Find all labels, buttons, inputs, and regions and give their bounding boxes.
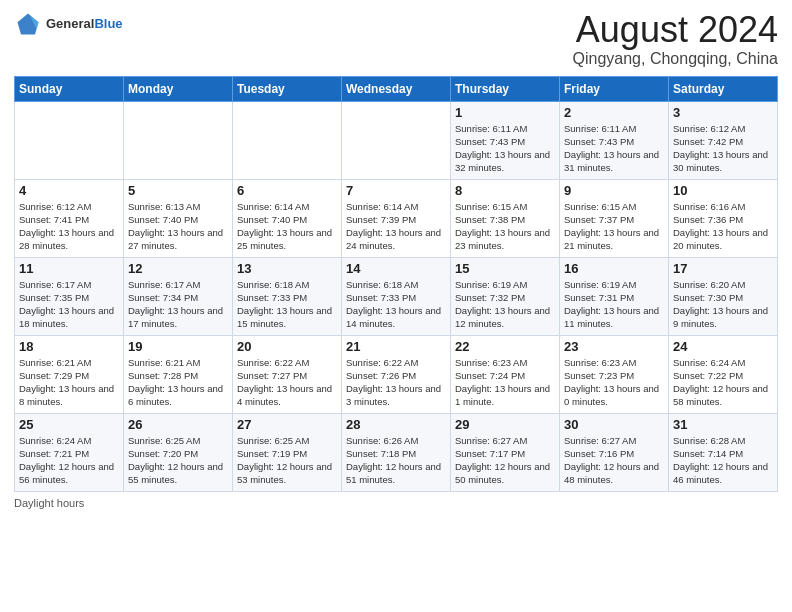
day-info: Sunrise: 6:15 AMSunset: 7:38 PMDaylight:… (455, 200, 555, 253)
day-number: 17 (673, 261, 773, 276)
day-info: Sunrise: 6:11 AMSunset: 7:43 PMDaylight:… (564, 122, 664, 175)
calendar-cell: 10Sunrise: 6:16 AMSunset: 7:36 PMDayligh… (669, 179, 778, 257)
day-number: 14 (346, 261, 446, 276)
calendar-cell: 8Sunrise: 6:15 AMSunset: 7:38 PMDaylight… (451, 179, 560, 257)
day-number: 5 (128, 183, 228, 198)
title-block: August 2024 Qingyang, Chongqing, China (573, 10, 778, 68)
day-info: Sunrise: 6:13 AMSunset: 7:40 PMDaylight:… (128, 200, 228, 253)
calendar-cell: 5Sunrise: 6:13 AMSunset: 7:40 PMDaylight… (124, 179, 233, 257)
day-info: Sunrise: 6:17 AMSunset: 7:35 PMDaylight:… (19, 278, 119, 331)
calendar-cell: 18Sunrise: 6:21 AMSunset: 7:29 PMDayligh… (15, 335, 124, 413)
day-info: Sunrise: 6:17 AMSunset: 7:34 PMDaylight:… (128, 278, 228, 331)
day-info: Sunrise: 6:27 AMSunset: 7:16 PMDaylight:… (564, 434, 664, 487)
day-number: 22 (455, 339, 555, 354)
logo-general: General (46, 16, 94, 31)
calendar-cell: 24Sunrise: 6:24 AMSunset: 7:22 PMDayligh… (669, 335, 778, 413)
day-number: 21 (346, 339, 446, 354)
day-number: 23 (564, 339, 664, 354)
week-row-4: 18Sunrise: 6:21 AMSunset: 7:29 PMDayligh… (15, 335, 778, 413)
logo: GeneralBlue (14, 10, 123, 38)
calendar-cell (233, 101, 342, 179)
day-info: Sunrise: 6:14 AMSunset: 7:40 PMDaylight:… (237, 200, 337, 253)
day-info: Sunrise: 6:22 AMSunset: 7:27 PMDaylight:… (237, 356, 337, 409)
day-number: 11 (19, 261, 119, 276)
calendar-cell: 30Sunrise: 6:27 AMSunset: 7:16 PMDayligh… (560, 413, 669, 491)
day-number: 18 (19, 339, 119, 354)
day-number: 7 (346, 183, 446, 198)
day-number: 9 (564, 183, 664, 198)
calendar-cell: 22Sunrise: 6:23 AMSunset: 7:24 PMDayligh… (451, 335, 560, 413)
calendar-cell (342, 101, 451, 179)
header: GeneralBlue August 2024 Qingyang, Chongq… (14, 10, 778, 68)
calendar-cell: 31Sunrise: 6:28 AMSunset: 7:14 PMDayligh… (669, 413, 778, 491)
calendar-cell: 26Sunrise: 6:25 AMSunset: 7:20 PMDayligh… (124, 413, 233, 491)
location-subtitle: Qingyang, Chongqing, China (573, 50, 778, 68)
calendar-table: SundayMondayTuesdayWednesdayThursdayFrid… (14, 76, 778, 492)
daylight-label: Daylight hours (14, 497, 84, 509)
calendar-cell: 16Sunrise: 6:19 AMSunset: 7:31 PMDayligh… (560, 257, 669, 335)
day-info: Sunrise: 6:22 AMSunset: 7:26 PMDaylight:… (346, 356, 446, 409)
weekday-header-monday: Monday (124, 76, 233, 101)
calendar-cell (124, 101, 233, 179)
day-number: 6 (237, 183, 337, 198)
logo-text: GeneralBlue (46, 16, 123, 32)
day-info: Sunrise: 6:15 AMSunset: 7:37 PMDaylight:… (564, 200, 664, 253)
footer: Daylight hours (14, 497, 778, 509)
weekday-header-tuesday: Tuesday (233, 76, 342, 101)
day-number: 20 (237, 339, 337, 354)
week-row-3: 11Sunrise: 6:17 AMSunset: 7:35 PMDayligh… (15, 257, 778, 335)
month-title: August 2024 (573, 10, 778, 50)
day-number: 16 (564, 261, 664, 276)
day-info: Sunrise: 6:24 AMSunset: 7:21 PMDaylight:… (19, 434, 119, 487)
day-number: 24 (673, 339, 773, 354)
weekday-header-row: SundayMondayTuesdayWednesdayThursdayFrid… (15, 76, 778, 101)
week-row-1: 1Sunrise: 6:11 AMSunset: 7:43 PMDaylight… (15, 101, 778, 179)
calendar-cell: 28Sunrise: 6:26 AMSunset: 7:18 PMDayligh… (342, 413, 451, 491)
calendar-cell: 12Sunrise: 6:17 AMSunset: 7:34 PMDayligh… (124, 257, 233, 335)
logo-blue: Blue (94, 16, 122, 31)
day-info: Sunrise: 6:19 AMSunset: 7:31 PMDaylight:… (564, 278, 664, 331)
day-info: Sunrise: 6:24 AMSunset: 7:22 PMDaylight:… (673, 356, 773, 409)
week-row-2: 4Sunrise: 6:12 AMSunset: 7:41 PMDaylight… (15, 179, 778, 257)
day-number: 3 (673, 105, 773, 120)
calendar-cell: 11Sunrise: 6:17 AMSunset: 7:35 PMDayligh… (15, 257, 124, 335)
day-info: Sunrise: 6:14 AMSunset: 7:39 PMDaylight:… (346, 200, 446, 253)
day-info: Sunrise: 6:25 AMSunset: 7:20 PMDaylight:… (128, 434, 228, 487)
day-info: Sunrise: 6:23 AMSunset: 7:23 PMDaylight:… (564, 356, 664, 409)
day-info: Sunrise: 6:20 AMSunset: 7:30 PMDaylight:… (673, 278, 773, 331)
day-number: 1 (455, 105, 555, 120)
weekday-header-thursday: Thursday (451, 76, 560, 101)
day-number: 13 (237, 261, 337, 276)
day-info: Sunrise: 6:18 AMSunset: 7:33 PMDaylight:… (346, 278, 446, 331)
day-number: 31 (673, 417, 773, 432)
calendar-cell: 14Sunrise: 6:18 AMSunset: 7:33 PMDayligh… (342, 257, 451, 335)
calendar-cell: 1Sunrise: 6:11 AMSunset: 7:43 PMDaylight… (451, 101, 560, 179)
day-number: 27 (237, 417, 337, 432)
day-number: 10 (673, 183, 773, 198)
day-number: 30 (564, 417, 664, 432)
day-number: 15 (455, 261, 555, 276)
day-info: Sunrise: 6:18 AMSunset: 7:33 PMDaylight:… (237, 278, 337, 331)
day-info: Sunrise: 6:21 AMSunset: 7:29 PMDaylight:… (19, 356, 119, 409)
day-info: Sunrise: 6:25 AMSunset: 7:19 PMDaylight:… (237, 434, 337, 487)
day-info: Sunrise: 6:16 AMSunset: 7:36 PMDaylight:… (673, 200, 773, 253)
day-number: 12 (128, 261, 228, 276)
weekday-header-wednesday: Wednesday (342, 76, 451, 101)
page-container: GeneralBlue August 2024 Qingyang, Chongq… (0, 0, 792, 517)
day-number: 19 (128, 339, 228, 354)
calendar-cell: 25Sunrise: 6:24 AMSunset: 7:21 PMDayligh… (15, 413, 124, 491)
day-number: 8 (455, 183, 555, 198)
calendar-cell: 29Sunrise: 6:27 AMSunset: 7:17 PMDayligh… (451, 413, 560, 491)
day-number: 25 (19, 417, 119, 432)
calendar-cell (15, 101, 124, 179)
day-number: 26 (128, 417, 228, 432)
calendar-cell: 17Sunrise: 6:20 AMSunset: 7:30 PMDayligh… (669, 257, 778, 335)
day-info: Sunrise: 6:21 AMSunset: 7:28 PMDaylight:… (128, 356, 228, 409)
weekday-header-sunday: Sunday (15, 76, 124, 101)
calendar-cell: 27Sunrise: 6:25 AMSunset: 7:19 PMDayligh… (233, 413, 342, 491)
calendar-cell: 23Sunrise: 6:23 AMSunset: 7:23 PMDayligh… (560, 335, 669, 413)
day-number: 28 (346, 417, 446, 432)
calendar-cell: 15Sunrise: 6:19 AMSunset: 7:32 PMDayligh… (451, 257, 560, 335)
day-number: 2 (564, 105, 664, 120)
week-row-5: 25Sunrise: 6:24 AMSunset: 7:21 PMDayligh… (15, 413, 778, 491)
